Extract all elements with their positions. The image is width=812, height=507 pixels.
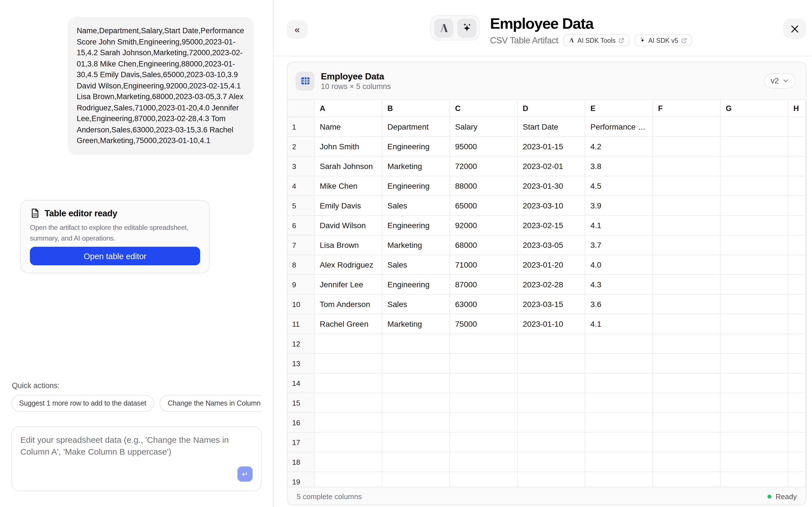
cell-E14[interactable] xyxy=(585,374,653,393)
cell-B17[interactable] xyxy=(382,433,450,452)
column-header-H[interactable]: H xyxy=(788,100,806,117)
cell-A8[interactable]: Alex Rodriguez xyxy=(315,255,382,275)
cell-E1[interactable]: Performance Score xyxy=(585,117,653,137)
cell-H11[interactable] xyxy=(788,314,806,334)
cell-A15[interactable] xyxy=(315,393,382,413)
cell-F11[interactable] xyxy=(653,314,721,334)
cell-G19[interactable] xyxy=(721,472,788,487)
cell-G17[interactable] xyxy=(721,433,788,452)
cell-E5[interactable]: 3.9 xyxy=(585,196,653,216)
cell-F13[interactable] xyxy=(653,354,721,374)
row-header-1[interactable]: 1 xyxy=(288,117,315,137)
cell-F5[interactable] xyxy=(653,196,721,216)
cell-D18[interactable] xyxy=(518,452,585,472)
cell-B2[interactable]: Engineering xyxy=(382,137,450,157)
cell-C6[interactable]: 92000 xyxy=(450,216,518,235)
cell-F8[interactable] xyxy=(653,255,721,275)
cell-B1[interactable]: Department xyxy=(382,117,450,137)
cell-B12[interactable] xyxy=(382,334,450,354)
row-header-16[interactable]: 16 xyxy=(288,413,315,433)
cell-B7[interactable]: Marketing xyxy=(382,235,450,255)
column-header-D[interactable]: D xyxy=(518,100,585,117)
cell-B16[interactable] xyxy=(382,413,450,433)
cell-H16[interactable] xyxy=(788,413,806,433)
cell-C19[interactable] xyxy=(450,472,518,487)
cell-G3[interactable] xyxy=(721,157,788,176)
row-header-19[interactable]: 19 xyxy=(288,472,315,487)
cell-E12[interactable] xyxy=(585,334,653,354)
cell-D16[interactable] xyxy=(518,413,585,433)
cell-D10[interactable]: 2023-03-15 xyxy=(518,295,585,314)
cell-B9[interactable]: Engineering xyxy=(382,275,450,295)
column-header-B[interactable]: B xyxy=(382,100,450,117)
cell-G18[interactable] xyxy=(721,452,788,472)
column-header-A[interactable]: A xyxy=(315,100,382,117)
cell-A12[interactable] xyxy=(315,334,382,354)
cell-A4[interactable]: Mike Chen xyxy=(315,176,382,196)
column-header-G[interactable]: G xyxy=(721,100,788,117)
cell-D13[interactable] xyxy=(518,354,585,374)
cell-E4[interactable]: 4.5 xyxy=(585,176,653,196)
cell-D6[interactable]: 2023-02-15 xyxy=(518,216,585,235)
row-header-11[interactable]: 11 xyxy=(288,314,315,334)
cell-F12[interactable] xyxy=(653,334,721,354)
cell-B6[interactable]: Engineering xyxy=(382,216,450,235)
cell-C15[interactable] xyxy=(450,393,518,413)
cell-H4[interactable] xyxy=(788,176,806,196)
cell-C16[interactable] xyxy=(450,413,518,433)
chat-input[interactable] xyxy=(12,427,261,491)
cell-E2[interactable]: 4.2 xyxy=(585,137,653,157)
column-header-F[interactable]: F xyxy=(653,100,721,117)
row-header-7[interactable]: 7 xyxy=(288,235,315,255)
row-header-18[interactable]: 18 xyxy=(288,452,315,472)
cell-E11[interactable]: 4.1 xyxy=(585,314,653,334)
cell-A9[interactable]: Jennifer Lee xyxy=(315,275,382,295)
cell-H5[interactable] xyxy=(788,196,806,216)
cell-C10[interactable]: 63000 xyxy=(450,295,518,314)
cell-A10[interactable]: Tom Anderson xyxy=(315,295,382,314)
cell-D12[interactable] xyxy=(518,334,585,354)
cell-G1[interactable] xyxy=(721,117,788,137)
cell-F18[interactable] xyxy=(653,452,721,472)
cell-G5[interactable] xyxy=(721,196,788,216)
badge-ai-sdk-v5[interactable]: AI SDK v5 xyxy=(634,34,692,46)
cell-B3[interactable]: Marketing xyxy=(382,157,450,176)
cell-G8[interactable] xyxy=(721,255,788,275)
cell-F14[interactable] xyxy=(653,374,721,393)
version-selector[interactable]: v2 xyxy=(764,73,796,89)
cell-D7[interactable]: 2023-03-05 xyxy=(518,235,585,255)
cell-G9[interactable] xyxy=(721,275,788,295)
cell-H18[interactable] xyxy=(788,452,806,472)
cell-B8[interactable]: Sales xyxy=(382,255,450,275)
send-button[interactable]: ↵ xyxy=(238,466,253,482)
cell-D8[interactable]: 2023-01-20 xyxy=(518,255,585,275)
cell-E18[interactable] xyxy=(585,452,653,472)
row-header-12[interactable]: 12 xyxy=(288,334,315,354)
cell-H2[interactable] xyxy=(788,137,806,157)
column-header-C[interactable]: C xyxy=(450,100,518,117)
cell-D1[interactable]: Start Date xyxy=(518,117,585,137)
cell-F9[interactable] xyxy=(653,275,721,295)
cell-C12[interactable] xyxy=(450,334,518,354)
cell-D9[interactable]: 2023-02-28 xyxy=(518,275,585,295)
cell-A16[interactable] xyxy=(315,413,382,433)
cell-A19[interactable] xyxy=(315,472,382,487)
cell-B13[interactable] xyxy=(382,354,450,374)
cell-A7[interactable]: Lisa Brown xyxy=(315,235,382,255)
cell-D3[interactable]: 2023-02-01 xyxy=(518,157,585,176)
cell-E3[interactable]: 3.8 xyxy=(585,157,653,176)
cell-A11[interactable]: Rachel Green xyxy=(315,314,382,334)
row-header-14[interactable]: 14 xyxy=(288,374,315,393)
cell-A6[interactable]: David Wilson xyxy=(315,216,382,235)
column-header-E[interactable]: E xyxy=(585,100,653,117)
cell-F4[interactable] xyxy=(653,176,721,196)
cell-C11[interactable]: 75000 xyxy=(450,314,518,334)
row-header-9[interactable]: 9 xyxy=(288,275,315,295)
open-table-editor-button[interactable]: Open table editor xyxy=(30,247,200,265)
cell-C7[interactable]: 68000 xyxy=(450,235,518,255)
row-header-4[interactable]: 4 xyxy=(288,176,315,196)
cell-C3[interactable]: 72000 xyxy=(450,157,518,176)
cell-A5[interactable]: Emily Davis xyxy=(315,196,382,216)
cell-B11[interactable]: Marketing xyxy=(382,314,450,334)
cell-E10[interactable]: 3.6 xyxy=(585,295,653,314)
